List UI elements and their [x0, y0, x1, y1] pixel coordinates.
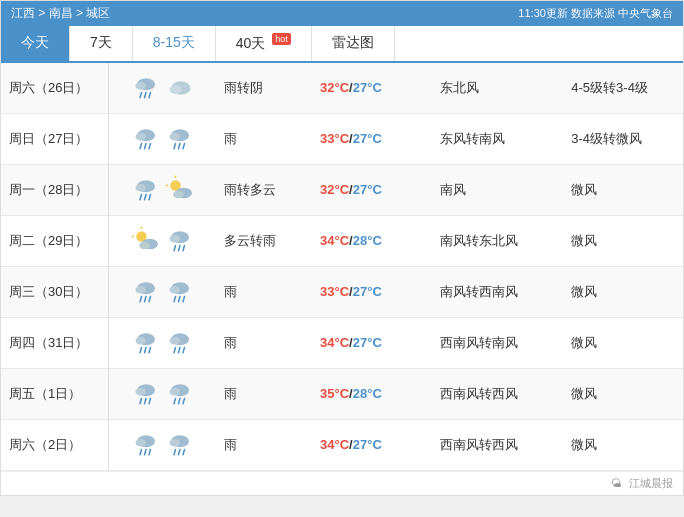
- svg-point-27: [173, 190, 184, 198]
- wind-direction: 南风转西南风: [432, 266, 564, 317]
- temperature: 33°C/27°C: [312, 113, 432, 164]
- weather-desc: 雨转阴: [216, 63, 312, 114]
- hot-badge: hot: [272, 33, 291, 45]
- svg-point-60: [135, 388, 146, 396]
- table-row: 周六（2日） 雨 34°C/27°C 西南风转西风 微风: [1, 419, 683, 470]
- weather-icons: [109, 215, 217, 266]
- update-info: 11:30更新 数据来源 中央气象台: [518, 6, 673, 21]
- table-row: 周五（1日） 雨 35°C/28°C 西南风转西风 微风: [1, 368, 683, 419]
- day-label: 周一（28日）: [1, 164, 109, 215]
- svg-line-72: [144, 449, 146, 454]
- svg-line-67: [178, 398, 180, 403]
- footer-watermark: 🌤 江城晨报: [1, 471, 683, 495]
- wind-level: 4-5级转3-4级: [563, 63, 683, 114]
- weather-desc: 多云转雨: [216, 215, 312, 266]
- svg-point-13: [169, 133, 180, 141]
- svg-line-41: [140, 296, 142, 301]
- svg-point-1: [135, 82, 146, 90]
- weather-table: 周六（26日） 雨转阴 32°C/27°C 东北风 4-5级转3-4级 周日（2…: [1, 63, 683, 471]
- weather-icons: [109, 113, 217, 164]
- weather-desc: 雨: [216, 266, 312, 317]
- svg-line-43: [149, 296, 151, 301]
- svg-point-45: [169, 286, 180, 294]
- svg-line-37: [178, 245, 180, 250]
- wind-level: 微风: [563, 266, 683, 317]
- svg-line-76: [174, 449, 176, 454]
- day-label: 周二（29日）: [1, 215, 109, 266]
- wind-level: 微风: [563, 317, 683, 368]
- weather-desc: 雨: [216, 113, 312, 164]
- svg-line-57: [178, 347, 180, 352]
- svg-line-36: [174, 245, 176, 250]
- svg-line-62: [144, 398, 146, 403]
- wind-direction: 西南风转南风: [432, 317, 564, 368]
- temperature: 32°C/27°C: [312, 164, 432, 215]
- tab-7days[interactable]: 7天: [70, 26, 133, 61]
- temperature: 34°C/28°C: [312, 215, 432, 266]
- svg-line-53: [149, 347, 151, 352]
- svg-line-10: [144, 143, 146, 148]
- tab-bar: 今天 7天 8-15天 40天 hot 雷达图: [1, 26, 683, 63]
- breadcrumb: 江西 > 南昌 > 城区: [11, 5, 110, 22]
- svg-line-15: [178, 143, 180, 148]
- tab-40days[interactable]: 40天 hot: [216, 26, 312, 61]
- svg-line-51: [140, 347, 142, 352]
- table-row: 周四（31日） 雨 34°C/27°C 西南风转南风 微风: [1, 317, 683, 368]
- svg-line-21: [149, 194, 151, 199]
- svg-point-40: [135, 286, 146, 294]
- svg-point-33: [139, 241, 150, 249]
- day-label: 周五（1日）: [1, 368, 109, 419]
- svg-point-75: [169, 439, 180, 447]
- wind-level: 微风: [563, 215, 683, 266]
- svg-line-77: [178, 449, 180, 454]
- svg-line-20: [144, 194, 146, 199]
- svg-line-58: [183, 347, 185, 352]
- wind-direction: 东北风: [432, 63, 564, 114]
- weather-desc: 雨: [216, 419, 312, 470]
- wind-direction: 西南风转西风: [432, 419, 564, 470]
- day-label: 周日（27日）: [1, 113, 109, 164]
- tab-today[interactable]: 今天: [1, 26, 70, 61]
- svg-line-73: [149, 449, 151, 454]
- temperature: 32°C/27°C: [312, 63, 432, 114]
- tab-8to15[interactable]: 8-15天: [133, 26, 216, 61]
- day-label: 周六（26日）: [1, 63, 109, 114]
- svg-line-63: [149, 398, 151, 403]
- svg-line-19: [140, 194, 142, 199]
- svg-point-70: [135, 439, 146, 447]
- wind-direction: 西南风转西风: [432, 368, 564, 419]
- wind-direction: 南风: [432, 164, 564, 215]
- wind-level: 微风: [563, 419, 683, 470]
- svg-line-52: [144, 347, 146, 352]
- tab-radar[interactable]: 雷达图: [312, 26, 395, 61]
- wind-level: 3-4级转微风: [563, 113, 683, 164]
- svg-line-3: [144, 92, 146, 97]
- svg-line-66: [174, 398, 176, 403]
- svg-line-56: [174, 347, 176, 352]
- table-row: 周六（26日） 雨转阴 32°C/27°C 东北风 4-5级转3-4级: [1, 63, 683, 114]
- svg-line-78: [183, 449, 185, 454]
- weather-desc: 雨: [216, 317, 312, 368]
- svg-point-6: [169, 85, 181, 94]
- wind-direction: 南风转东北风: [432, 215, 564, 266]
- svg-line-68: [183, 398, 185, 403]
- wind-level: 微风: [563, 368, 683, 419]
- svg-line-14: [174, 143, 176, 148]
- temperature: 34°C/27°C: [312, 419, 432, 470]
- weather-icons: [109, 266, 217, 317]
- table-row: 周二（29日） 多云转雨 34°C/28°C 南风转东北风 微风: [1, 215, 683, 266]
- svg-point-65: [169, 388, 180, 396]
- table-row: 周一（28日） 雨转多云 32°C/27°C 南风 微风: [1, 164, 683, 215]
- svg-line-16: [183, 143, 185, 148]
- temperature: 33°C/27°C: [312, 266, 432, 317]
- svg-point-8: [135, 133, 146, 141]
- svg-line-11: [149, 143, 151, 148]
- svg-line-47: [178, 296, 180, 301]
- weather-icons: [109, 419, 217, 470]
- svg-point-35: [169, 235, 180, 243]
- svg-point-55: [169, 337, 180, 345]
- top-bar: 江西 > 南昌 > 城区 11:30更新 数据来源 中央气象台: [1, 1, 683, 26]
- svg-line-61: [140, 398, 142, 403]
- watermark-icon: 🌤: [611, 477, 622, 489]
- weather-icons: [109, 164, 217, 215]
